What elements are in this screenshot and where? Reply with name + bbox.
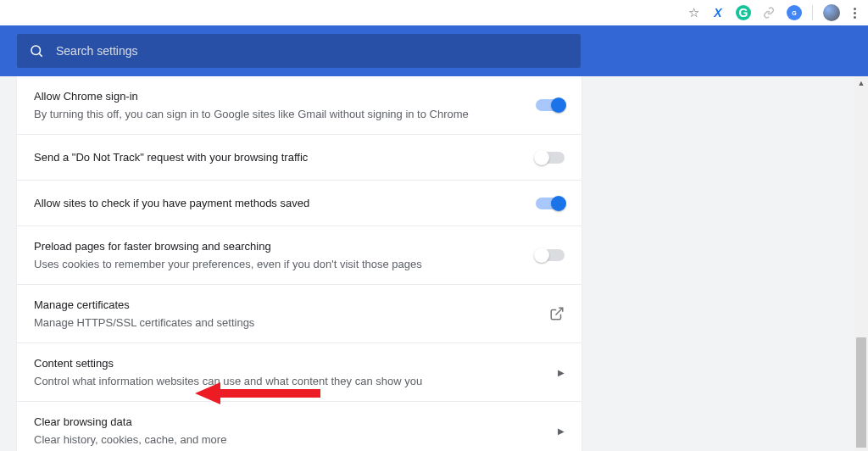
extension-link-icon[interactable] bbox=[761, 5, 776, 20]
toggle-allow-chrome-signin[interactable] bbox=[536, 99, 565, 111]
svg-line-4 bbox=[556, 308, 563, 315]
svg-point-2 bbox=[31, 46, 41, 55]
setting-title: Clear browsing data bbox=[34, 414, 558, 431]
extension-translate-icon[interactable]: G bbox=[787, 5, 802, 20]
settings-list: Allow Chrome sign-in By turning this off… bbox=[17, 76, 581, 451]
setting-title: Send a "Do Not Track" request with your … bbox=[34, 149, 536, 166]
setting-subtitle: Control what information websites can us… bbox=[34, 373, 558, 390]
bookmark-star-icon[interactable]: ☆ bbox=[687, 6, 700, 19]
browser-toolbar: ☆ X G G bbox=[0, 0, 868, 25]
setting-subtitle: Uses cookies to remember your preference… bbox=[34, 256, 536, 273]
chevron-right-icon: ▶ bbox=[558, 368, 565, 377]
setting-payment-methods[interactable]: Allow sites to check if you have payment… bbox=[17, 181, 581, 226]
toggle-preload-pages[interactable] bbox=[536, 249, 565, 261]
svg-text:G: G bbox=[792, 10, 797, 16]
setting-title: Preload pages for faster browsing and se… bbox=[34, 238, 536, 255]
chevron-right-icon: ▶ bbox=[558, 426, 565, 436]
search-input[interactable] bbox=[56, 44, 569, 58]
setting-do-not-track[interactable]: Send a "Do Not Track" request with your … bbox=[17, 135, 581, 181]
open-external-icon bbox=[549, 306, 565, 321]
extension-grammarly-icon[interactable]: G bbox=[736, 5, 751, 20]
setting-clear-browsing-data[interactable]: Clear browsing data Clear history, cooki… bbox=[17, 402, 581, 451]
scrollbar-thumb[interactable] bbox=[856, 337, 866, 448]
setting-subtitle: By turning this off, you can sign in to … bbox=[34, 106, 536, 123]
setting-subtitle: Clear history, cookies, cache, and more bbox=[34, 432, 558, 448]
kebab-menu-icon[interactable] bbox=[850, 8, 860, 19]
search-icon bbox=[29, 43, 44, 58]
setting-title: Allow sites to check if you have payment… bbox=[34, 195, 536, 212]
extension-x-icon[interactable]: X bbox=[710, 5, 726, 20]
search-container[interactable] bbox=[17, 34, 581, 68]
toggle-payment-methods[interactable] bbox=[536, 198, 565, 209]
profile-avatar[interactable] bbox=[823, 4, 840, 21]
scrollbar-up-arrow[interactable]: ▲ bbox=[854, 76, 868, 90]
setting-allow-chrome-signin[interactable]: Allow Chrome sign-in By turning this off… bbox=[17, 76, 581, 135]
setting-title: Allow Chrome sign-in bbox=[34, 88, 536, 105]
setting-manage-certificates[interactable]: Manage certificates Manage HTTPS/SSL cer… bbox=[17, 285, 581, 343]
settings-header-bar bbox=[0, 25, 868, 76]
toggle-do-not-track[interactable] bbox=[536, 152, 565, 164]
svg-line-3 bbox=[39, 53, 42, 56]
setting-content-settings[interactable]: Content settings Control what informatio… bbox=[17, 343, 581, 402]
setting-title: Manage certificates bbox=[34, 297, 549, 314]
setting-subtitle: Manage HTTPS/SSL certificates and settin… bbox=[34, 315, 549, 331]
setting-preload-pages[interactable]: Preload pages for faster browsing and se… bbox=[17, 226, 581, 285]
vertical-scrollbar[interactable]: ▲ bbox=[854, 76, 868, 451]
toolbar-divider bbox=[812, 5, 813, 20]
setting-title: Content settings bbox=[34, 355, 558, 372]
